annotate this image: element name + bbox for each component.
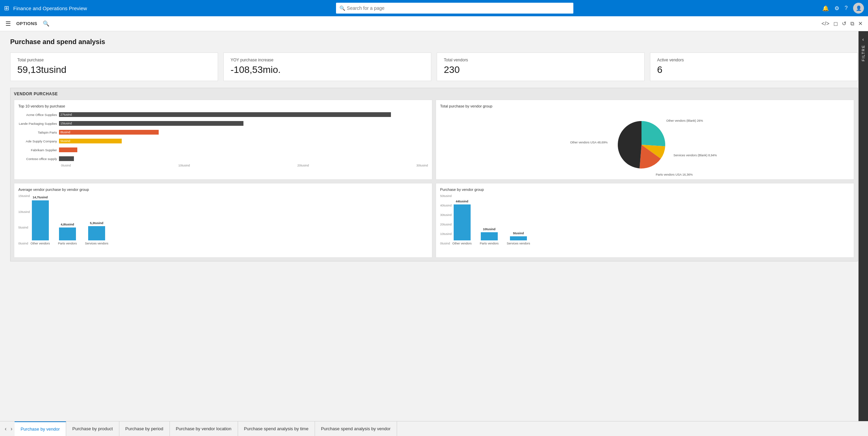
vbar-fill[interactable]	[88, 226, 105, 240]
y-axis-label: 30tusind	[440, 213, 452, 217]
vbar-value-label: 44tusind	[456, 200, 468, 203]
vbar-column: 14,7tusindOther vendors	[31, 196, 50, 245]
kpi-label-2: Total vendors	[444, 58, 637, 62]
vbar-label: Parts vendors	[58, 242, 77, 245]
grid-icon[interactable]: ⊞	[4, 4, 9, 12]
vbar-column: 10tusindParts vendors	[480, 227, 499, 245]
x-axis-label: 10tusind	[178, 164, 190, 167]
vbar-fill[interactable]	[454, 204, 471, 240]
toolbar-popout-icon[interactable]: ⧉	[850, 21, 854, 27]
toolbar-right-actions: </> ◻ ↺ ⧉ ✕	[822, 20, 863, 27]
nav-actions: 🔔 ⚙ ? 👤	[822, 3, 864, 14]
bar-label: Acme Office Supplies	[18, 113, 59, 117]
vbar-value-label: 10tusind	[483, 227, 495, 231]
filter-chevron-icon: ‹	[862, 37, 864, 42]
hamburger-icon[interactable]: ☰	[5, 20, 11, 27]
kpi-label-1: YOY purchase increase	[231, 58, 424, 62]
purchase-group-content: 50tusind40tusind30tusind20tusind10tusind…	[440, 194, 850, 245]
avg-chart-title: Average vendor purchase by vendor group	[18, 187, 428, 192]
top-navigation: ⊞ Finance and Operations Preview 🔍 🔔 ⚙ ?…	[0, 0, 868, 16]
kpi-row: Total purchase 59,13tusind YOY purchase …	[10, 53, 858, 81]
avatar[interactable]: 👤	[853, 3, 864, 14]
bar-container: 8tusind	[59, 130, 428, 135]
bar-label: Tailspin Parts	[18, 131, 59, 134]
vbar-fill[interactable]	[510, 236, 527, 240]
vbar-column: 5tusindServices vendors	[507, 232, 530, 245]
x-axis: 0tusind10tusind20tusind30tusind	[18, 164, 428, 167]
toolbar-close-icon[interactable]: ✕	[858, 20, 863, 27]
vbar-fill[interactable]	[59, 227, 76, 240]
search-container: 🔍	[336, 3, 573, 14]
toolbar-refresh-icon[interactable]: ↺	[842, 20, 846, 27]
pie-chart-panel[interactable]: Total purchase by vendor group Other ven…	[436, 100, 854, 180]
kpi-card-2[interactable]: Total vendors 230	[437, 53, 645, 81]
vbar-label: Parts vendors	[480, 242, 499, 245]
kpi-card-0[interactable]: Total purchase 59,13tusind	[10, 53, 218, 81]
bar-container: 15tusind	[59, 121, 428, 126]
vbar-label: Services vendors	[85, 242, 108, 245]
bar-container	[59, 156, 428, 161]
bar-label: Fabrikam Supplier	[18, 148, 59, 152]
search-icon: 🔍	[339, 5, 345, 11]
kpi-value-1: -108,53mio.	[231, 64, 424, 75]
vbar-chart-inner: 15tusind10tusind5tusind0tusind14,7tusind…	[18, 194, 428, 245]
kpi-card-1[interactable]: YOY purchase increase -108,53mio.	[223, 53, 431, 81]
kpi-value-0: 59,13tusind	[17, 64, 211, 75]
search-input[interactable]	[336, 3, 573, 14]
filter-panel[interactable]: ‹ FILTRE	[859, 31, 868, 421]
pie-segment-0[interactable]	[642, 121, 665, 146]
y-axis-label: 40tusind	[440, 204, 452, 207]
vbar-fill[interactable]	[32, 200, 49, 240]
main-content: Purchase and spend analysis Total purcha…	[0, 31, 868, 421]
pie-chart-title: Total purchase by vendor group	[440, 104, 850, 108]
purchase-group-title: Purchase by vendor group	[440, 187, 850, 192]
x-axis-label: 0tusind	[61, 164, 71, 167]
bell-icon[interactable]: 🔔	[822, 5, 829, 12]
avg-chart-content: 15tusind10tusind5tusind0tusind14,7tusind…	[18, 194, 428, 245]
y-axis: 50tusind40tusind30tusind20tusind10tusind…	[440, 194, 452, 245]
bar-label: Ade Supply Company	[18, 139, 59, 143]
top10-vendors-chart[interactable]: Top 10 vendors by purchase Acme Office S…	[14, 100, 432, 180]
pie-label-1: Services vendors (Blank) 8,94%	[673, 154, 717, 157]
kpi-label-3: Active vendors	[657, 58, 851, 62]
bar-container	[59, 147, 428, 153]
avg-vendor-chart[interactable]: Average vendor purchase by vendor group …	[14, 183, 432, 258]
toolbar-window-icon[interactable]: ◻	[833, 20, 838, 27]
pie-label-3: Other vendors USA 48,69%	[570, 141, 608, 144]
y-axis-label: 10tusind	[440, 232, 452, 236]
kpi-card-3[interactable]: Active vendors 6	[650, 53, 858, 81]
vbar-fill[interactable]	[481, 232, 498, 240]
bar-container: 5tusind	[59, 138, 428, 144]
toolbar-code-icon[interactable]: </>	[822, 21, 829, 27]
horizontal-bar-chart: Acme Office Supplies 27tusind Lande Pack…	[18, 111, 428, 162]
vbar-label: Services vendors	[507, 242, 530, 245]
y-axis-label: 10tusind	[18, 210, 30, 214]
toolbar-search-icon[interactable]: 🔍	[43, 20, 50, 27]
options-label: OPTIONS	[16, 21, 37, 26]
settings-icon[interactable]: ⚙	[834, 5, 839, 12]
vbar-column: 5,3tusindServices vendors	[85, 221, 108, 245]
bar-row: Ade Supply Company 5tusind	[18, 137, 428, 145]
filter-label: FILTRE	[861, 45, 865, 61]
vbar-value-label: 14,7tusind	[33, 196, 48, 199]
section-header: VENDOR PURCHASE	[14, 92, 854, 96]
x-axis-label: 20tusind	[297, 164, 309, 167]
bar-row: Lande Packaging Supplies 15tusind	[18, 120, 428, 127]
y-axis-label: 0tusind	[440, 242, 452, 245]
bar-fill: 5tusind	[59, 139, 122, 143]
bar-row: Contoso office supply	[18, 155, 428, 162]
purchase-group-chart[interactable]: Purchase by vendor group 50tusind40tusin…	[436, 183, 854, 258]
bar-fill: 27tusind	[59, 112, 391, 117]
page-title: Purchase and spend analysis	[10, 38, 858, 46]
pie-svg: Other vendors (Blank) 26%Services vendor…	[594, 109, 696, 177]
help-icon[interactable]: ?	[845, 5, 848, 11]
kpi-value-3: 6	[657, 64, 851, 75]
bar-value: 15tusind	[59, 122, 72, 125]
search-wrapper: 🔍	[91, 3, 818, 14]
bar-fill	[59, 156, 74, 161]
pie-segment-3[interactable]	[618, 121, 642, 169]
vbar-column: 4,8tusindParts vendors	[58, 223, 77, 245]
pie-label-0: Other vendors (Blank) 26%	[666, 119, 703, 122]
top-charts-row: Top 10 vendors by purchase Acme Office S…	[14, 100, 854, 180]
bar-row: Acme Office Supplies 27tusind	[18, 111, 428, 118]
